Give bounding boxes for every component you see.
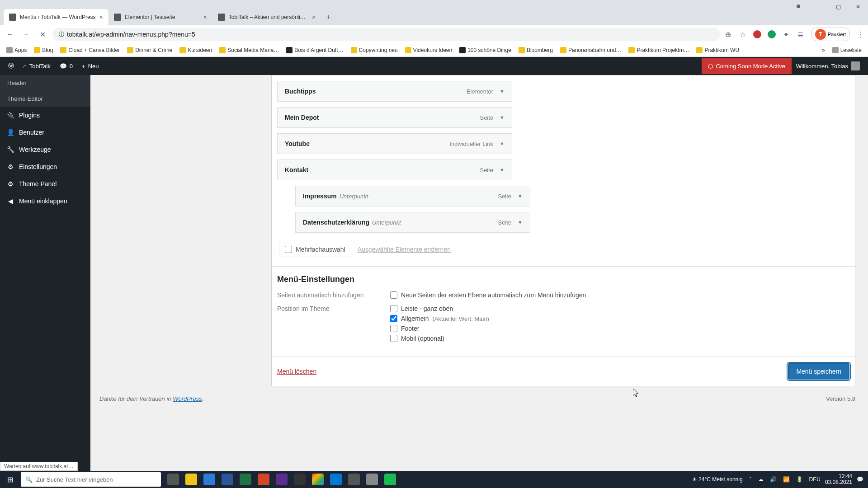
save-menu-button[interactable]: Menü speichern bbox=[788, 363, 849, 380]
footer-wordpress-link[interactable]: WordPress bbox=[173, 395, 202, 402]
position-checkbox-mobile[interactable]: Mobil (optional) bbox=[390, 335, 849, 342]
taskbar-clock[interactable]: 12:44 03.08.2021 bbox=[825, 474, 852, 485]
browser-tab-active[interactable]: Menüs ‹ TobiTalk — WordPress × bbox=[4, 9, 108, 25]
extension-icon[interactable] bbox=[768, 30, 776, 38]
user-greeting[interactable]: Willkommen, Tobias bbox=[792, 61, 864, 70]
checkbox-input[interactable] bbox=[390, 305, 397, 312]
account-icon[interactable] bbox=[797, 5, 800, 8]
star-icon[interactable]: ☆ bbox=[739, 30, 747, 38]
browser-tab[interactable]: TobiTalk – Aktien und persönlich… × bbox=[212, 9, 321, 25]
battery-icon[interactable]: 🔋 bbox=[794, 476, 805, 483]
bulk-remove-link[interactable]: Ausgewählte Elemente entfernen bbox=[358, 246, 451, 253]
site-title-link[interactable]: ⌂TobiTalk bbox=[19, 63, 55, 70]
taskbar-app[interactable] bbox=[273, 471, 290, 488]
sidebar-item-theme-panel[interactable]: ⚙Theme Panel bbox=[0, 175, 90, 192]
sidebar-item-theme-editor[interactable]: Theme-Editor bbox=[0, 91, 90, 107]
extension-icon[interactable]: ≣ bbox=[797, 30, 805, 38]
coming-soon-badge[interactable]: ⬡Coming Soon Mode Active bbox=[702, 58, 791, 74]
weather-widget[interactable]: ☀ 24°C Meist sonnig bbox=[690, 476, 745, 483]
bookmark-item[interactable]: Social Media Mana… bbox=[217, 45, 282, 55]
bookmark-apps[interactable]: Apps bbox=[4, 45, 29, 55]
new-tab-button[interactable]: + bbox=[321, 13, 337, 22]
chevron-down-icon[interactable]: ▼ bbox=[518, 220, 523, 225]
bookmarks-overflow[interactable]: » bbox=[819, 45, 828, 55]
bookmark-item[interactable]: Copywriting neu bbox=[348, 45, 401, 55]
menu-item[interactable]: Mein Depot Seite▼ bbox=[277, 107, 512, 128]
extensions-icon[interactable]: ✦ bbox=[782, 30, 790, 38]
minimize-button[interactable]: ─ bbox=[808, 0, 828, 14]
bookmark-item[interactable]: Videokurs Ideen bbox=[402, 45, 455, 55]
menu-icon[interactable]: ⋮ bbox=[856, 30, 864, 38]
start-button[interactable]: ⊞ bbox=[0, 471, 20, 488]
bookmark-item[interactable]: Bois d'Argent Duft… bbox=[283, 45, 346, 55]
bookmark-item[interactable]: Cload + Canva Bilder bbox=[57, 45, 123, 55]
taskbar-app[interactable] bbox=[345, 471, 363, 488]
new-content-link[interactable]: +Neu bbox=[77, 63, 103, 70]
taskbar-app[interactable] bbox=[255, 471, 272, 488]
checkbox-input[interactable] bbox=[390, 291, 397, 299]
chevron-down-icon[interactable]: ▼ bbox=[500, 115, 505, 120]
sidebar-item-settings[interactable]: ⚙Einstellungen bbox=[0, 158, 90, 175]
bookmark-item[interactable]: Praktikum WU bbox=[693, 45, 742, 55]
taskbar-app[interactable] bbox=[291, 471, 308, 488]
bulk-select-checkbox[interactable]: Mehrfachauswahl bbox=[279, 242, 351, 257]
menu-item[interactable]: Buchtipps Elementor▼ bbox=[277, 81, 512, 102]
back-button[interactable]: ← bbox=[4, 28, 16, 41]
chevron-down-icon[interactable]: ▼ bbox=[500, 141, 505, 146]
checkbox-input[interactable] bbox=[285, 246, 292, 253]
chevron-down-icon[interactable]: ▼ bbox=[518, 193, 523, 199]
onedrive-icon[interactable]: ☁ bbox=[756, 476, 765, 483]
tray-overflow-icon[interactable]: ˄ bbox=[747, 476, 754, 483]
menu-item-sub[interactable]: ImpressumUnterpunkt Seite▼ bbox=[295, 186, 530, 206]
bookmark-item[interactable]: Praktikum Projektm… bbox=[626, 45, 692, 55]
taskbar-app[interactable] bbox=[382, 471, 399, 488]
close-icon[interactable]: × bbox=[99, 14, 103, 21]
position-checkbox-footer[interactable]: Footer bbox=[390, 325, 849, 332]
checkbox-input[interactable] bbox=[390, 325, 397, 332]
position-checkbox-top[interactable]: Leiste - ganz oben bbox=[390, 305, 849, 312]
bookmark-item[interactable]: Dinner & Crime bbox=[124, 45, 175, 55]
notifications-icon[interactable]: 💬 bbox=[855, 476, 865, 483]
maximize-button[interactable]: ▢ bbox=[828, 0, 848, 14]
chevron-down-icon[interactable]: ▼ bbox=[500, 89, 505, 94]
checkbox-input[interactable] bbox=[390, 315, 397, 322]
close-icon[interactable]: × bbox=[203, 14, 207, 21]
volume-icon[interactable]: 🔊 bbox=[768, 476, 778, 483]
forward-button[interactable]: → bbox=[20, 28, 33, 41]
bookmark-item[interactable]: 100 schöne Dinge bbox=[457, 45, 514, 55]
taskbar-app[interactable] bbox=[201, 471, 218, 488]
profile-chip[interactable]: T Pausiert bbox=[811, 28, 850, 41]
bookmark-item[interactable]: Panoramabahn und… bbox=[557, 45, 624, 55]
task-view-button[interactable] bbox=[165, 471, 182, 488]
close-icon[interactable]: × bbox=[312, 14, 316, 21]
wp-logo-menu[interactable]: ⓦ bbox=[4, 62, 19, 70]
sidebar-item-users[interactable]: 👤Benutzer bbox=[0, 124, 90, 141]
close-button[interactable]: ✕ bbox=[848, 0, 868, 14]
taskbar-app[interactable] bbox=[363, 471, 381, 488]
comments-link[interactable]: 💬0 bbox=[55, 63, 77, 70]
language-indicator[interactable]: DEU bbox=[807, 476, 822, 483]
sidebar-item-tools[interactable]: 🔧Werkzeuge bbox=[0, 141, 90, 158]
taskbar-app[interactable] bbox=[183, 471, 200, 488]
taskbar-app[interactable] bbox=[237, 471, 254, 488]
taskbar-app[interactable] bbox=[327, 471, 344, 488]
chevron-down-icon[interactable]: ▼ bbox=[500, 167, 505, 173]
sidebar-item-header[interactable]: Header bbox=[0, 75, 90, 91]
search-icon[interactable]: ⊕ bbox=[724, 30, 732, 38]
sidebar-item-plugins[interactable]: 🔌Plugins bbox=[0, 107, 90, 124]
taskbar-search[interactable]: 🔍 Zur Suche Text hier eingeben bbox=[21, 472, 161, 487]
delete-menu-link[interactable]: Menü löschen bbox=[277, 368, 316, 375]
url-input[interactable]: ⓘ tobitalk.at/wp-admin/nav-menus.php?men… bbox=[52, 28, 721, 41]
menu-item[interactable]: Youtube Individueller Link▼ bbox=[277, 133, 512, 154]
wifi-icon[interactable]: 📶 bbox=[781, 476, 792, 483]
menu-item-sub[interactable]: DatenschutzerklärungUnterpunkt Seite▼ bbox=[295, 212, 530, 233]
bookmark-item[interactable]: Kursideen bbox=[177, 45, 215, 55]
bookmark-item[interactable]: Bloomberg bbox=[516, 45, 556, 55]
bookmark-item[interactable]: Blog bbox=[31, 45, 56, 55]
taskbar-app[interactable] bbox=[219, 471, 236, 488]
browser-tab[interactable]: Elementor | Testseite × bbox=[108, 9, 212, 25]
position-checkbox-general[interactable]: Allgemein (Aktueller Wert: Main) bbox=[390, 315, 849, 322]
checkbox-input[interactable] bbox=[390, 335, 397, 342]
reading-list[interactable]: Leseliste bbox=[830, 45, 864, 55]
extension-icon[interactable] bbox=[753, 30, 761, 38]
